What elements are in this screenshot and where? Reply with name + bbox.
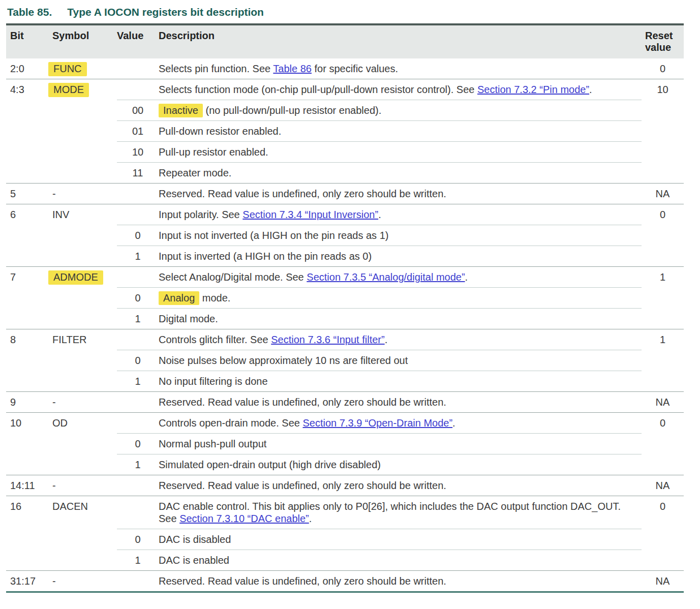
description-cell: DAC enable control. This bit applies onl… xyxy=(159,496,642,529)
section-link[interactable]: Section 7.3.6 “Input filter” xyxy=(271,334,384,345)
symbol-cell: OD xyxy=(52,413,117,434)
reset-value-cell: 0 xyxy=(642,413,684,434)
value-row: 0DAC is disabled xyxy=(6,529,684,550)
reset-value-cell: 10 xyxy=(642,79,684,100)
bit-cell: 4:3 xyxy=(6,79,52,100)
bit-cell: 16 xyxy=(6,496,52,529)
value-row: 1Simulated open-drain output (high drive… xyxy=(6,454,684,475)
table-title: Type A IOCON registers bit description xyxy=(67,6,264,18)
bit-row: 6INVInput polarity. See Section 7.3.4 “I… xyxy=(6,204,684,225)
reset-value-cell xyxy=(642,225,684,246)
description-text: . xyxy=(589,84,592,95)
value-cell: 0 xyxy=(117,225,159,246)
reset-value-cell xyxy=(642,100,684,121)
description-cell: Select Analog/Digital mode. See Section … xyxy=(159,267,642,288)
section-link[interactable]: Section 7.3.10 “DAC enable” xyxy=(179,513,309,524)
bit-row: 10ODControls open-drain mode. See Sectio… xyxy=(6,413,684,434)
reset-value-cell xyxy=(642,350,684,371)
bit-cell: 5 xyxy=(6,184,52,204)
reset-value-cell: NA xyxy=(642,571,684,592)
description-text: Digital mode. xyxy=(159,313,218,324)
header-row: Bit Symbol Value Description Reset value xyxy=(6,24,684,58)
description-text: Selects function mode (on-chip pull-up/p… xyxy=(159,84,477,95)
description-text: DAC is enabled xyxy=(159,555,229,566)
symbol-cell: - xyxy=(52,571,117,592)
description-cell: Reserved. Read value is undefined, only … xyxy=(159,475,642,496)
description-text: Normal push-pull output xyxy=(159,438,266,449)
value-row: 1Input is inverted (a HIGH on the pin re… xyxy=(6,246,684,267)
value-cell xyxy=(117,267,159,288)
bit-row: 31:17-Reserved. Read value is undefined,… xyxy=(6,571,684,592)
reset-value-cell: NA xyxy=(642,184,684,204)
reset-value-cell: 1 xyxy=(642,267,684,288)
description-text: Input is not inverted (a HIGH on the pin… xyxy=(159,230,388,241)
description-cell: Reserved. Read value is undefined, only … xyxy=(159,571,642,592)
symbol-cell xyxy=(52,371,117,392)
section-link[interactable]: Section 7.3.2 “Pin mode” xyxy=(477,84,589,95)
symbol-cell xyxy=(52,550,117,571)
table-label: Table 85. xyxy=(7,6,52,18)
reset-value-cell xyxy=(642,163,684,184)
value-cell: 1 xyxy=(117,550,159,571)
symbol-cell xyxy=(52,142,117,163)
description-text: Reserved. Read value is undefined, only … xyxy=(159,188,446,199)
value-cell: 1 xyxy=(117,309,159,329)
bit-cell xyxy=(6,142,52,163)
bit-cell xyxy=(6,454,52,475)
bit-cell: 31:17 xyxy=(6,571,52,592)
description-text: . xyxy=(465,271,468,283)
reset-value-cell: NA xyxy=(642,392,684,413)
section-link[interactable]: Table 86 xyxy=(273,63,312,74)
reset-value-cell: 0 xyxy=(642,204,684,225)
bit-cell xyxy=(6,246,52,267)
description-text: Controls glitch filter. See xyxy=(159,334,271,345)
description-cell: Pull-down resistor enabled. xyxy=(159,121,642,142)
bit-cell xyxy=(6,550,52,571)
reset-value-cell xyxy=(642,142,684,163)
description-cell: Input is not inverted (a HIGH on the pin… xyxy=(159,225,642,246)
value-row: 0Input is not inverted (a HIGH on the pi… xyxy=(6,225,684,246)
reset-value-cell: 0 xyxy=(642,58,684,79)
value-cell: 1 xyxy=(117,454,159,475)
description-text: Input polarity. See xyxy=(159,209,242,220)
description-text: . xyxy=(309,513,312,524)
description-text: mode. xyxy=(199,292,230,303)
description-cell: Normal push-pull output xyxy=(159,434,642,454)
description-cell: Pull-up resistor enabled. xyxy=(159,142,642,163)
description-text: Reserved. Read value is undefined, only … xyxy=(159,397,446,408)
description-text: Pull-up resistor enabled. xyxy=(159,146,268,158)
symbol-cell: ADMODE xyxy=(52,267,117,288)
description-cell: Digital mode. xyxy=(159,309,642,329)
bit-cell xyxy=(6,434,52,454)
description-text: . xyxy=(378,209,381,220)
bit-cell xyxy=(6,350,52,371)
value-cell xyxy=(117,475,159,496)
description-text: Selects pin function. See xyxy=(159,63,273,74)
value-row: 0Normal push-pull output xyxy=(6,434,684,454)
reset-value-cell xyxy=(642,288,684,309)
bit-cell: 10 xyxy=(6,413,52,434)
symbol-cell: MODE xyxy=(52,79,117,100)
value-cell xyxy=(117,204,159,225)
value-cell xyxy=(117,79,159,100)
section-link[interactable]: Section 7.3.9 “Open-Drain Mode” xyxy=(303,417,453,429)
bit-cell xyxy=(6,529,52,550)
section-link[interactable]: Section 7.3.4 “Input Inversion” xyxy=(242,209,378,220)
reset-value-cell xyxy=(642,529,684,550)
highlight-mark: Analog xyxy=(159,291,199,305)
bit-cell: 2:0 xyxy=(6,58,52,79)
reset-value-cell xyxy=(642,454,684,475)
symbol-cell xyxy=(52,288,117,309)
column-header-value: Value xyxy=(117,24,159,58)
symbol-cell xyxy=(52,309,117,329)
section-link[interactable]: Section 7.3.5 “Analog/digital mode” xyxy=(307,271,465,283)
table-caption: Table 85.Type A IOCON registers bit desc… xyxy=(7,6,700,18)
description-cell: Simulated open-drain output (high drive … xyxy=(159,454,642,475)
symbol-cell xyxy=(52,121,117,142)
register-table-body: 2:0FUNCSelects pin function. See Table 8… xyxy=(6,58,684,592)
description-text: Pull-down resistor enabled. xyxy=(159,126,281,137)
value-cell: 0 xyxy=(117,350,159,371)
symbol-cell xyxy=(52,529,117,550)
bit-cell xyxy=(6,163,52,184)
value-row: 0Analog mode. xyxy=(6,288,684,309)
